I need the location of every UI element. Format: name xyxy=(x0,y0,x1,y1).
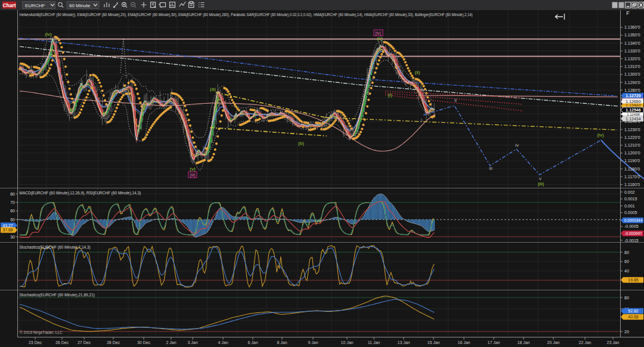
svg-text:Chart: Chart xyxy=(2,2,16,8)
svg-text:23 Dec: 23 Dec xyxy=(29,340,42,345)
svg-text:(ii): (ii) xyxy=(415,70,420,75)
svg-text:4 Jan: 4 Jan xyxy=(218,340,228,345)
svg-text:40.58: 40.58 xyxy=(628,315,639,319)
svg-text:1.1290'0: 1.1290'0 xyxy=(624,80,640,85)
svg-text:1.1170'0: 1.1170'0 xyxy=(624,175,640,179)
svg-text:30 Dec: 30 Dec xyxy=(137,340,151,345)
svg-text:1.1180'0: 1.1180'0 xyxy=(624,167,640,171)
svg-text:(iv): (iv) xyxy=(45,32,51,37)
svg-text:11 Jan: 11 Jan xyxy=(368,340,380,345)
svg-text:1.1340'0: 1.1340'0 xyxy=(624,41,640,45)
svg-text:1.1360'0: 1.1360'0 xyxy=(624,25,640,29)
svg-text:1.1230'0: 1.1230'0 xyxy=(624,128,640,132)
svg-text:6 Jan: 6 Jan xyxy=(247,340,258,345)
svg-text:(a): (a) xyxy=(210,86,216,92)
svg-text:1.1190'0: 1.1190'0 xyxy=(624,159,640,163)
svg-text:Stochastics(EURCHF (60 Minute): Stochastics(EURCHF (60 Minute),21,89,21) xyxy=(20,293,95,298)
svg-text:0.0000344: 0.0000344 xyxy=(624,218,643,222)
svg-text:1.12546: 1.12546 xyxy=(626,108,640,112)
svg-text:2 Jan: 2 Jan xyxy=(166,340,176,345)
svg-text:(c): (c) xyxy=(377,36,383,41)
svg-text:30: 30 xyxy=(10,235,15,239)
svg-text:1.1220'0: 1.1220'0 xyxy=(624,135,640,140)
svg-text:28 Dec: 28 Dec xyxy=(107,340,120,345)
svg-text:40: 40 xyxy=(624,269,629,273)
svg-text:(iv): (iv) xyxy=(597,132,603,138)
svg-text:80: 80 xyxy=(10,192,15,196)
svg-text:1.1300'0: 1.1300'0 xyxy=(624,72,640,76)
svg-text:-0.0015: -0.0015 xyxy=(624,238,639,243)
svg-text:20: 20 xyxy=(624,330,629,334)
svg-text:37.88: 37.88 xyxy=(2,228,13,232)
svg-text:1.1350'0: 1.1350'0 xyxy=(624,33,640,37)
svg-text:3 Jan: 3 Jan xyxy=(187,340,197,345)
svg-text:52.82: 52.82 xyxy=(628,309,639,313)
svg-text:F: F xyxy=(626,10,630,16)
svg-text:17 Jan: 17 Jan xyxy=(487,340,500,345)
svg-text:iv: iv xyxy=(515,142,519,148)
svg-text:22 Jan: 22 Jan xyxy=(578,340,591,345)
svg-text:[iii]: [iii] xyxy=(190,173,196,178)
svg-text:0.0005: 0.0005 xyxy=(624,210,637,215)
svg-text:ii: ii xyxy=(454,98,457,103)
svg-text:20 Jan: 20 Jan xyxy=(547,340,559,345)
svg-text:[iv]: [iv] xyxy=(376,31,381,36)
svg-text:15 Jan: 15 Jan xyxy=(427,340,439,345)
svg-text:v: v xyxy=(539,176,541,181)
svg-text:1.12434: 1.12434 xyxy=(626,117,640,121)
svg-text:(i): (i) xyxy=(388,92,392,98)
svg-text:(b): (b) xyxy=(298,141,304,146)
svg-text:10 Jan: 10 Jan xyxy=(340,340,353,345)
svg-text:13 Jan: 13 Jan xyxy=(397,340,410,345)
svg-text:i: i xyxy=(421,117,422,123)
svg-text:1.12488: 1.12488 xyxy=(627,113,640,116)
svg-text:0.001: 0.001 xyxy=(624,204,635,208)
svg-text:80: 80 xyxy=(624,296,629,300)
svg-text:MACD(EURCHF (60 Minute),12,26,: MACD(EURCHF (60 Minute),12,26,9), RSI(EU… xyxy=(20,191,141,196)
svg-text:26 Dec: 26 Dec xyxy=(55,340,69,345)
svg-text:-0.000997: -0.000997 xyxy=(624,231,642,236)
svg-text:9 Jan: 9 Jan xyxy=(308,340,318,345)
svg-text:EURCHF: EURCHF xyxy=(25,3,45,8)
svg-text:1.1200'0: 1.1200'0 xyxy=(624,151,640,155)
svg-text:HeikenAshi8(EURCHF (60 Minute): HeikenAshi8(EURCHF (60 Minute)), EMA(EUR… xyxy=(20,13,473,17)
svg-text:60: 60 xyxy=(624,259,629,264)
svg-text:-0.0005: -0.0005 xyxy=(624,224,639,228)
svg-text:50: 50 xyxy=(10,218,15,222)
svg-text:1.1160'0: 1.1160'0 xyxy=(624,182,640,187)
svg-text:1.1330'0: 1.1330'0 xyxy=(624,49,640,53)
svg-text:70: 70 xyxy=(10,200,15,205)
svg-text:60: 60 xyxy=(10,209,15,213)
svg-text:18 Jan: 18 Jan xyxy=(517,340,530,345)
svg-text:1.1280'0: 1.1280'0 xyxy=(624,88,640,92)
svg-text:16 Jan: 16 Jan xyxy=(457,340,470,345)
svg-text:Stochastics(EURCHF (60 Minute): Stochastics(EURCHF (60 Minute),7,14,3) xyxy=(20,245,91,250)
svg-text:(v): (v) xyxy=(190,166,196,172)
svg-text:27 Dec: 27 Dec xyxy=(78,340,91,345)
svg-text:(iii): (iii) xyxy=(538,181,544,187)
svg-text:1.12650: 1.12650 xyxy=(626,100,640,104)
svg-text:19.85: 19.85 xyxy=(628,278,639,282)
svg-text:1.1310'0: 1.1310'0 xyxy=(624,64,640,69)
svg-text:1.1320'0: 1.1320'0 xyxy=(624,57,640,61)
svg-text:1.12720: 1.12720 xyxy=(626,94,640,98)
svg-text:23 Jan: 23 Jan xyxy=(606,340,619,345)
svg-text:43.27: 43.27 xyxy=(2,224,13,228)
svg-text:iii: iii xyxy=(489,166,493,171)
svg-text:80: 80 xyxy=(624,250,629,255)
svg-text:0.0015: 0.0015 xyxy=(624,197,637,201)
svg-text:1.1210'0: 1.1210'0 xyxy=(624,143,640,147)
svg-text:© 2019 NinjaTrader, LLC: © 2019 NinjaTrader, LLC xyxy=(20,330,63,335)
svg-text:60 Minute: 60 Minute xyxy=(69,3,91,8)
svg-text:0.002: 0.002 xyxy=(624,190,635,194)
svg-text:8 Jan: 8 Jan xyxy=(277,340,287,345)
